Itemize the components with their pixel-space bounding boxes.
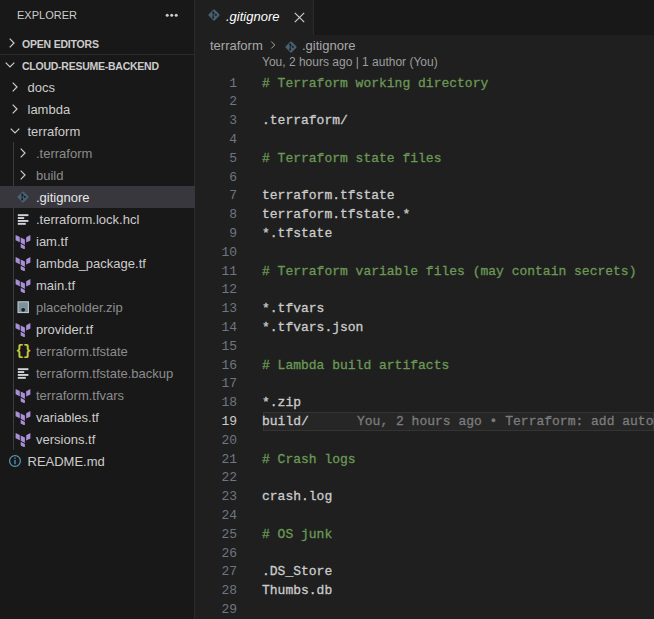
svg-text:{}: {}: [16, 343, 31, 359]
